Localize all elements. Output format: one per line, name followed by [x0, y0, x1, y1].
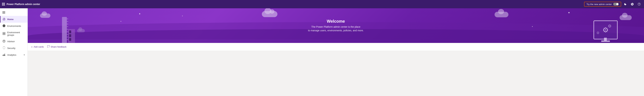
ruler-tick — [67, 26, 68, 27]
cloud-decoration-right-1 — [494, 12, 508, 17]
svg-rect-18 — [4, 34, 5, 35]
hero-text-container: Welcome The Power Platform admin center … — [308, 19, 364, 32]
main-area: Home Environments — [0, 8, 644, 96]
analytics-label: Analytics — [7, 54, 22, 56]
svg-rect-9 — [2, 12, 5, 12]
svg-rect-0 — [2, 3, 3, 4]
building-shape — [68, 29, 75, 43]
analytics-icon — [2, 53, 6, 56]
try-new-admin-toggle[interactable] — [613, 3, 619, 6]
add-cards-icon: + — [31, 46, 32, 48]
ruler-tick — [67, 19, 68, 19]
environment-groups-icon — [2, 32, 6, 36]
waffle-icon[interactable] — [2, 3, 5, 6]
svg-rect-22 — [4, 54, 5, 56]
cloud-decoration-right-2 — [620, 15, 632, 20]
ruler-tick — [67, 21, 68, 22]
sidebar-item-security[interactable]: Security — [0, 45, 28, 52]
ruler-shape — [62, 17, 67, 43]
add-cards-label: Add cards — [34, 46, 44, 48]
advisor-label: Advisor — [7, 40, 25, 43]
svg-point-19 — [4, 42, 4, 42]
top-bar-left: Power Platform admin center — [2, 3, 40, 6]
cloud-decoration-top — [262, 11, 278, 17]
advisor-icon — [2, 40, 6, 43]
svg-rect-1 — [3, 3, 4, 4]
content-panel: ✦ ✦ ✦ ✦ ✦ Welcome The Power Platform adm… — [28, 8, 644, 96]
share-feedback-icon — [47, 45, 50, 48]
svg-rect-11 — [2, 13, 5, 14]
svg-rect-20 — [3, 55, 3, 56]
monitor-base — [601, 40, 610, 42]
svg-rect-6 — [2, 5, 3, 6]
sidebar-item-advisor[interactable]: Advisor — [0, 38, 28, 45]
add-cards-button[interactable]: + Add cards — [31, 46, 44, 48]
environment-groups-label: Environment groups — [7, 31, 25, 36]
building-window — [69, 30, 71, 33]
security-icon — [2, 46, 6, 50]
environments-icon — [2, 24, 6, 28]
home-icon — [2, 18, 6, 21]
top-bar-right: Try the new admin center — [584, 2, 642, 7]
hero-decoration-left — [58, 14, 79, 43]
sidebar-item-home[interactable]: Home — [0, 16, 28, 23]
sidebar: Home Environments — [0, 8, 28, 96]
hero-decoration-right: ⚙ ⚙ ⚙ — [588, 10, 620, 43]
svg-rect-3 — [2, 4, 3, 4]
app-title: Power Platform admin center — [6, 3, 40, 6]
sidebar-item-environments[interactable]: Environments — [0, 23, 28, 30]
try-new-admin-label: Try the new admin center — [586, 3, 612, 6]
analytics-chevron-icon: ▼ — [24, 54, 25, 56]
sparkle-4: ✦ — [568, 11, 570, 14]
sparkle-2: ✦ — [120, 20, 122, 22]
sparkle-5: ✦ — [532, 26, 533, 28]
share-feedback-label: Share feedback — [51, 46, 66, 48]
small-gear-2-icon: ⚙ — [596, 31, 600, 35]
ruler-tick — [67, 24, 68, 24]
svg-rect-21 — [4, 54, 4, 56]
hero-banner: ✦ ✦ ✦ ✦ ✦ Welcome The Power Platform adm… — [28, 8, 644, 43]
top-navigation-bar: Power Platform admin center Try the new … — [0, 0, 644, 8]
hero-subtitle: The Power Platform admin center is the p… — [308, 25, 364, 32]
home-label: Home — [7, 18, 25, 20]
try-new-admin-button[interactable]: Try the new admin center — [584, 2, 621, 6]
hero-subtitle-line1: The Power Platform admin center is the p… — [311, 26, 360, 28]
svg-rect-4 — [3, 4, 4, 4]
svg-rect-17 — [3, 34, 4, 35]
moon-icon-button[interactable] — [622, 2, 628, 7]
svg-rect-8 — [4, 5, 5, 6]
svg-rect-7 — [3, 5, 4, 6]
environments-label: Environments — [7, 25, 25, 27]
sidebar-item-environment-groups[interactable]: Environment groups — [0, 30, 28, 38]
security-label: Security — [7, 47, 25, 50]
small-gear-icon: ⚙ — [608, 24, 612, 28]
building-window — [69, 34, 71, 37]
help-icon-button[interactable] — [636, 2, 642, 7]
sparkle-3: ✦ — [182, 15, 183, 17]
hero-subtitle-line2: to manage users, environments, policies,… — [308, 29, 364, 32]
share-feedback-button[interactable]: Share feedback — [47, 45, 66, 48]
cloud-decoration-1 — [40, 14, 50, 18]
svg-rect-2 — [4, 3, 5, 4]
svg-rect-16 — [4, 32, 5, 34]
toggle-knob — [616, 3, 618, 5]
sidebar-item-analytics[interactable]: Analytics ▼ — [0, 52, 28, 58]
hamburger-button[interactable] — [0, 9, 28, 16]
sparkle-1: ✦ — [139, 12, 141, 15]
svg-rect-15 — [3, 32, 4, 34]
building-window — [69, 38, 71, 41]
monitor-frame: ⚙ ⚙ ⚙ — [594, 20, 618, 40]
hero-title: Welcome — [308, 19, 364, 24]
bottom-action-bar: + Add cards Share feedback — [28, 43, 644, 50]
svg-rect-10 — [2, 12, 5, 13]
settings-icon-button[interactable] — [630, 2, 635, 7]
svg-rect-5 — [4, 4, 5, 4]
